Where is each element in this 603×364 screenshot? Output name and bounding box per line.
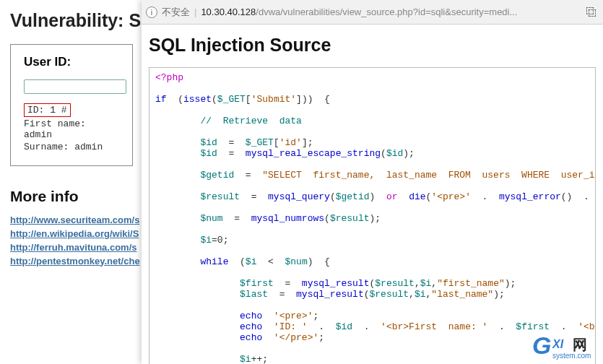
- result-surname: Surname: admin: [24, 142, 119, 152]
- address-bar[interactable]: i 不安全 | 10.30.40.128/dvwa/vulnerabilitie…: [142, 0, 603, 25]
- source-title: SQL Injection Source: [149, 35, 596, 56]
- url-host: 10.30.40.128: [201, 6, 256, 17]
- source-code: <?php if (isset($_GET['Submit'])) { // R…: [149, 67, 596, 364]
- site-info-icon[interactable]: i: [146, 6, 157, 18]
- url-text: 10.30.40.128/dvwa/vulnerabilities/view_s…: [201, 6, 584, 17]
- source-popup-window: i 不安全 | 10.30.40.128/dvwa/vulnerabilitie…: [142, 0, 603, 364]
- user-id-label: User ID:: [24, 55, 119, 69]
- user-id-form: User ID: ID: 1 # First name: admin Surna…: [10, 44, 133, 166]
- popup-body: SQL Injection Source <?php if (isset($_G…: [142, 25, 603, 364]
- result-id-highlight: ID: 1 #: [24, 103, 71, 117]
- addr-separator: |: [194, 6, 196, 17]
- result-first-name: First name: admin: [24, 118, 119, 140]
- translate-icon[interactable]: ⿻: [584, 6, 599, 18]
- user-id-input[interactable]: [24, 79, 126, 94]
- url-path: /dvwa/vulnerabilities/view_source.php?id…: [256, 6, 517, 17]
- insecure-label: 不安全: [162, 6, 190, 19]
